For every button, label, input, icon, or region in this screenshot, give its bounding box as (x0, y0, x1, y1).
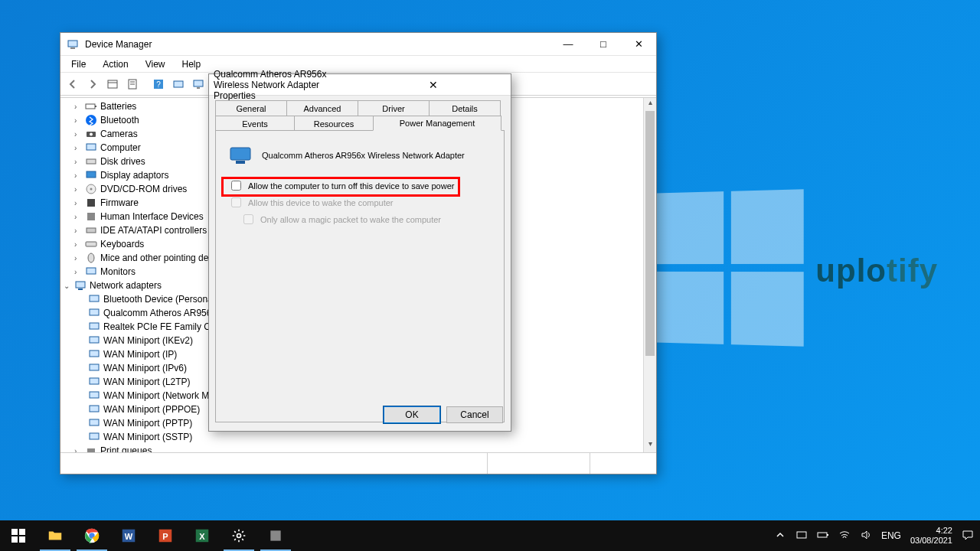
disk-icon (85, 155, 97, 168)
allow-wake-checkbox-row: Allow this device to wake the computer (228, 195, 495, 210)
clock[interactable]: 4:22 03/08/2021 (910, 526, 952, 546)
tree-item[interactable]: Keyboards (100, 239, 144, 249)
wifi-tray-icon[interactable] (838, 529, 851, 543)
tree-item[interactable]: Firmware (100, 197, 139, 208)
tree-item[interactable]: WAN Miniport (IKEv2) (103, 335, 193, 346)
tree-item[interactable]: Batteries (100, 101, 136, 112)
scan-button[interactable] (169, 75, 188, 93)
svg-rect-43 (236, 161, 245, 164)
nic-icon (88, 334, 100, 347)
tree-item[interactable]: WAN Miniport (PPPOE) (103, 404, 200, 415)
tree-item[interactable]: Bluetooth (100, 115, 139, 126)
chevron-right-icon[interactable]: › (74, 171, 82, 180)
tree-item[interactable]: Display adaptors (100, 170, 168, 181)
word-taskbar-icon[interactable]: W (110, 520, 147, 551)
menu-file[interactable]: File (64, 57, 93, 71)
chevron-right-icon[interactable]: › (74, 254, 82, 262)
chevron-right-icon[interactable]: › (74, 130, 82, 139)
camera-icon (85, 128, 97, 140)
chevron-right-icon[interactable]: › (74, 199, 82, 207)
chevron-right-icon[interactable]: › (74, 144, 82, 152)
tree-item[interactable]: WAN Miniport (SSTP) (103, 432, 192, 442)
vertical-scrollbar[interactable]: ▴ ▾ (643, 98, 656, 452)
svg-rect-29 (78, 289, 83, 290)
svg-rect-56 (827, 534, 828, 536)
tree-item[interactable]: Human Interface Devices (100, 211, 204, 222)
volume-tray-icon[interactable] (860, 529, 872, 543)
svg-rect-40 (90, 433, 99, 439)
tree-item[interactable]: WAN Miniport (PPTP) (103, 418, 192, 429)
back-button[interactable] (64, 75, 82, 93)
tab-advanced[interactable]: Advanced (286, 100, 358, 116)
chevron-right-icon[interactable]: › (74, 268, 82, 276)
scroll-thumb[interactable] (645, 111, 655, 356)
tree-item[interactable]: Print queues (100, 445, 152, 452)
allow-turn-off-checkbox-row[interactable]: Allow the computer to turn off this devi… (228, 178, 495, 193)
tab-general[interactable]: General (215, 100, 287, 116)
file-explorer-taskbar-icon[interactable] (37, 520, 74, 551)
powerpoint-taskbar-icon[interactable]: P (147, 520, 184, 551)
menu-action[interactable]: Action (95, 57, 136, 71)
allow-turn-off-checkbox[interactable] (231, 181, 241, 191)
magic-packet-label: Only allow a magic packet to wake the co… (260, 215, 441, 224)
tray-icon[interactable] (795, 529, 808, 543)
tab-details[interactable]: Details (429, 100, 501, 116)
close-button[interactable]: ✕ (360, 79, 506, 91)
cancel-button[interactable]: Cancel (446, 406, 503, 423)
chevron-right-icon[interactable]: › (74, 240, 82, 249)
battery-tray-icon[interactable] (817, 529, 829, 543)
chrome-taskbar-icon[interactable] (74, 520, 110, 551)
show-hide-button[interactable] (103, 75, 122, 93)
nic-icon (88, 348, 100, 360)
tree-item[interactable]: WAN Miniport (L2TP) (103, 377, 191, 387)
chevron-right-icon[interactable]: › (74, 447, 82, 453)
help-button[interactable]: ? (149, 75, 168, 93)
chevron-right-icon[interactable]: › (74, 213, 82, 221)
app-taskbar-icon[interactable] (257, 520, 294, 551)
scroll-down-icon[interactable]: ▾ (644, 439, 656, 452)
svg-rect-9 (174, 81, 183, 87)
chevron-down-icon[interactable]: ⌄ (64, 282, 71, 290)
tray-overflow-icon[interactable] (774, 529, 786, 543)
maximize-button[interactable]: □ (586, 33, 621, 55)
nic-icon (88, 362, 100, 374)
tree-item[interactable]: WAN Miniport (IPv6) (103, 363, 187, 373)
tab-driver[interactable]: Driver (358, 100, 430, 116)
taskbar: W P X ENG 4:22 03/08/2021 (0, 520, 980, 551)
tab-power-management[interactable]: Power Management (373, 116, 501, 131)
svg-rect-22 (87, 199, 95, 207)
dialog-title: Qualcomm Atheros AR956x Wireless Network… (214, 69, 360, 101)
ok-button[interactable]: OK (384, 406, 440, 423)
menu-help[interactable]: Help (175, 57, 209, 71)
chevron-right-icon[interactable]: › (74, 103, 82, 111)
excel-taskbar-icon[interactable]: X (184, 520, 220, 551)
minimize-button[interactable]: ― (550, 33, 586, 55)
tree-item[interactable]: WAN Miniport (IP) (103, 349, 177, 360)
tab-resources[interactable]: Resources (294, 116, 374, 131)
menu-view[interactable]: View (138, 57, 173, 71)
nic-icon (88, 431, 100, 443)
chevron-right-icon[interactable]: › (74, 227, 82, 235)
tree-item[interactable]: IDE ATA/ATAPI controllers (100, 225, 207, 236)
tree-item[interactable]: Cameras (100, 129, 138, 139)
start-button[interactable] (0, 520, 37, 551)
computer-button[interactable] (189, 75, 207, 93)
chevron-right-icon[interactable]: › (74, 116, 82, 125)
action-center-icon[interactable] (962, 529, 974, 543)
scroll-up-icon[interactable]: ▴ (644, 98, 656, 111)
tab-events[interactable]: Events (215, 116, 295, 131)
properties-button[interactable] (123, 75, 142, 93)
tree-item-network-adapters[interactable]: Network adapters (90, 280, 162, 291)
settings-taskbar-icon[interactable] (220, 520, 257, 551)
forward-button[interactable] (83, 75, 102, 93)
tree-item[interactable]: Monitors (100, 266, 136, 277)
chevron-right-icon[interactable]: › (74, 158, 82, 166)
tree-item[interactable]: DVD/CD-ROM drives (100, 184, 187, 194)
chevron-right-icon[interactable]: › (74, 185, 82, 194)
svg-rect-1 (70, 47, 75, 49)
language-indicator[interactable]: ENG (881, 530, 901, 541)
tree-item[interactable]: Disk drives (100, 156, 145, 167)
close-button[interactable]: ✕ (621, 33, 656, 55)
tree-item[interactable]: Computer (100, 142, 141, 153)
nic-icon (88, 417, 100, 429)
